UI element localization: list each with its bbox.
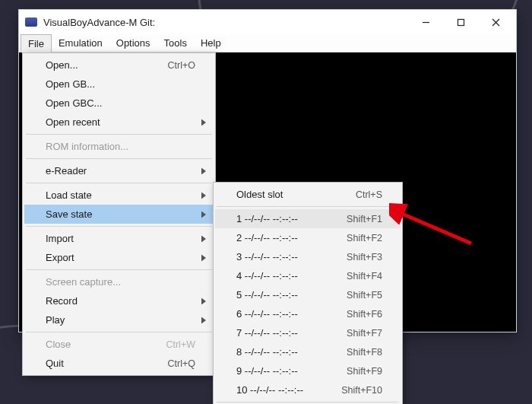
menu-separator (26, 332, 212, 332)
save-state-submenu: Oldest slotCtrl+S1 --/--/-- --:--:--Shif… (213, 182, 403, 404)
menu-item-label: Screen capture... (46, 276, 195, 288)
file-dropdown: Open...Ctrl+OOpen GB...Open GBC...Open r… (22, 52, 216, 376)
chevron-right-icon (201, 208, 206, 220)
menu-item[interactable]: Import (24, 229, 214, 248)
menu-item-label: Save state (46, 208, 195, 220)
menu-item[interactable]: CloseCtrl+W (24, 335, 214, 354)
menu-item-label: 10 --/--/-- --:--:-- (236, 384, 341, 396)
menu-item-label: Quit (46, 358, 168, 369)
menu-item-accel: Shift+F3 (347, 252, 382, 262)
menu-separator (217, 206, 399, 207)
menu-item-label: Close (46, 339, 166, 350)
menu-item-slot[interactable]: 1 --/--/-- --:--:--Shift+F1 (215, 209, 401, 228)
maximize-button[interactable] (443, 10, 478, 34)
menu-item-label: Oldest slot (236, 189, 356, 200)
menu-item[interactable]: Save state (24, 205, 214, 224)
menu-item-label: 4 --/--/-- --:--:-- (236, 270, 347, 282)
chevron-right-icon (201, 252, 206, 263)
menu-item-accel: Shift+F6 (347, 309, 382, 320)
menu-separator (217, 402, 399, 402)
menu-item-slot[interactable]: 3 --/--/-- --:--:--Shift+F3 (215, 247, 401, 266)
menu-item[interactable]: Screen capture... (24, 272, 214, 291)
menubar: File Emulation Options Tools Help (19, 34, 516, 52)
chevron-right-icon (201, 314, 206, 326)
app-icon (25, 17, 37, 27)
close-button[interactable] (478, 10, 513, 34)
chevron-right-icon (201, 295, 206, 307)
svg-rect-1 (458, 19, 464, 25)
menu-item-accel: Shift+F9 (347, 366, 382, 377)
menu-item-label: Open recent (46, 116, 195, 128)
menu-item[interactable]: Open GB... (24, 75, 214, 94)
menu-item-slot[interactable]: 8 --/--/-- --:--:--Shift+F8 (215, 342, 401, 361)
menu-item[interactable]: Export (24, 248, 214, 267)
menu-item[interactable]: Load state (24, 186, 214, 205)
menu-item-slot[interactable]: 5 --/--/-- --:--:--Shift+F5 (215, 285, 401, 304)
menu-item[interactable]: QuitCtrl+Q (24, 354, 214, 373)
menu-file[interactable]: File (21, 34, 52, 52)
menu-item-label: 1 --/--/-- --:--:-- (236, 213, 347, 224)
menu-item-label: Open GBC... (46, 97, 195, 109)
menu-help[interactable]: Help (194, 34, 228, 52)
menu-item-accel: Shift+F2 (347, 233, 382, 243)
menu-item[interactable]: Open recent (24, 113, 214, 132)
window-controls (408, 10, 513, 34)
menu-separator (26, 183, 212, 183)
menu-item-accel: Shift+F4 (347, 271, 382, 282)
menu-separator (26, 134, 212, 135)
menu-item-label: e-Reader (46, 165, 195, 177)
minimize-button[interactable] (408, 10, 443, 34)
menu-item-slot[interactable]: 6 --/--/-- --:--:--Shift+F6 (215, 304, 401, 323)
chevron-right-icon (201, 165, 206, 177)
menu-tools[interactable]: Tools (157, 34, 194, 52)
menu-item-label: 8 --/--/-- --:--:-- (236, 346, 347, 358)
menu-item[interactable]: Play (24, 310, 214, 329)
chevron-right-icon (201, 189, 206, 201)
menu-item-accel: Ctrl+S (356, 189, 382, 200)
menu-emulation[interactable]: Emulation (52, 34, 109, 52)
menu-item-label: Export (46, 252, 195, 263)
menu-label: Tools (164, 37, 187, 49)
titlebar[interactable]: VisualBoyAdvance-M Git: (19, 10, 516, 34)
chevron-right-icon (201, 116, 206, 128)
menu-item-slot[interactable]: 4 --/--/-- --:--:--Shift+F4 (215, 266, 401, 285)
menu-item-oldest-slot[interactable]: Oldest slotCtrl+S (215, 185, 401, 204)
menu-label: Help (201, 37, 221, 49)
menu-item-label: 7 --/--/-- --:--:-- (236, 327, 347, 339)
menu-label: File (28, 38, 44, 49)
menu-item-label: Play (46, 314, 195, 326)
menu-separator (26, 269, 212, 270)
menu-item-accel: Shift+F1 (347, 214, 382, 224)
menu-item[interactable]: Open GBC... (24, 94, 214, 113)
window-title: VisualBoyAdvance-M Git: (43, 17, 408, 28)
menu-label: Emulation (59, 37, 103, 49)
menu-separator (26, 226, 212, 227)
menu-item-slot[interactable]: 7 --/--/-- --:--:--Shift+F7 (215, 323, 401, 342)
menu-item-accel: Ctrl+W (166, 339, 195, 350)
menu-item-slot[interactable]: 2 --/--/-- --:--:--Shift+F2 (215, 228, 401, 247)
menu-options[interactable]: Options (109, 34, 157, 52)
menu-item-accel: Shift+F5 (347, 290, 382, 301)
menu-item[interactable]: Record (24, 291, 214, 310)
menu-item-accel: Ctrl+Q (168, 358, 195, 369)
menu-item[interactable]: ROM information... (24, 137, 214, 156)
menu-item-label: 6 --/--/-- --:--:-- (236, 308, 347, 320)
menu-item[interactable]: Open...Ctrl+O (24, 56, 214, 75)
menu-item-accel: Shift+F7 (347, 328, 382, 339)
menu-item-accel: Ctrl+O (168, 60, 195, 71)
menu-item-label: Open GB... (46, 78, 195, 90)
menu-item-slot[interactable]: 9 --/--/-- --:--:--Shift+F9 (215, 361, 401, 380)
menu-item-label: Load state (46, 189, 195, 201)
menu-item-label: 3 --/--/-- --:--:-- (236, 251, 347, 262)
app-window: VisualBoyAdvance-M Git: File Emulation O… (18, 9, 517, 332)
annotation-arrow (389, 199, 480, 253)
menu-item-accel: Shift+F8 (347, 347, 382, 358)
menu-item-label: Import (46, 233, 195, 244)
menu-item-accel: Shift+F10 (341, 385, 382, 396)
menu-item-slot[interactable]: 10 --/--/-- --:--:--Shift+F10 (215, 380, 401, 399)
menu-separator (26, 158, 212, 159)
menu-item[interactable]: e-Reader (24, 161, 214, 180)
menu-item-label: Open... (46, 59, 168, 71)
menu-item-label: Record (46, 295, 195, 307)
chevron-right-icon (201, 233, 206, 244)
